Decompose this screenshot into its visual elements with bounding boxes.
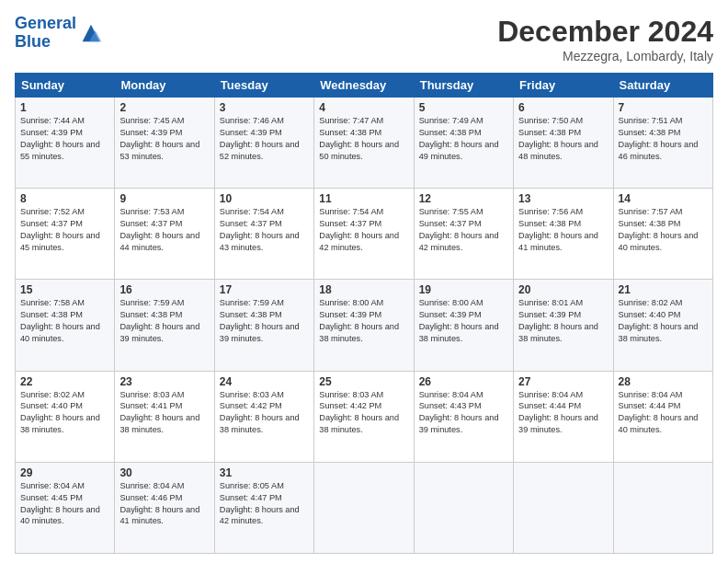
day-info: Sunrise: 7:54 AMSunset: 4:37 PMDaylight:… — [319, 206, 408, 254]
table-cell: 6Sunrise: 7:50 AMSunset: 4:38 PMDaylight… — [514, 98, 613, 189]
day-number: 8 — [20, 192, 109, 205]
table-cell: 21Sunrise: 8:02 AMSunset: 4:40 PMDayligh… — [613, 280, 712, 371]
logo-icon — [78, 20, 104, 46]
table-cell: 9Sunrise: 7:53 AMSunset: 4:37 PMDaylight… — [115, 189, 214, 280]
day-info: Sunrise: 7:53 AMSunset: 4:37 PMDaylight:… — [119, 206, 209, 254]
table-cell: 28Sunrise: 8:04 AMSunset: 4:44 PMDayligh… — [613, 371, 712, 462]
day-info: Sunrise: 7:46 AMSunset: 4:39 PMDaylight:… — [220, 115, 309, 163]
day-number: 29 — [20, 466, 109, 479]
table-cell: 10Sunrise: 7:54 AMSunset: 4:37 PMDayligh… — [214, 189, 313, 280]
day-number: 23 — [119, 375, 209, 388]
table-cell: 18Sunrise: 8:00 AMSunset: 4:39 PMDayligh… — [314, 280, 414, 371]
day-number: 24 — [220, 375, 309, 388]
day-info: Sunrise: 8:04 AMSunset: 4:46 PMDaylight:… — [119, 480, 209, 528]
day-number: 28 — [619, 375, 708, 388]
logo-blue: Blue — [15, 32, 51, 51]
table-cell: 15Sunrise: 7:58 AMSunset: 4:38 PMDayligh… — [16, 280, 115, 371]
title-block: December 2024 Mezzegra, Lombardy, Italy — [497, 15, 713, 63]
table-cell: 16Sunrise: 7:59 AMSunset: 4:38 PMDayligh… — [115, 280, 214, 371]
day-number: 26 — [419, 375, 508, 388]
month-title: December 2024 — [497, 15, 713, 49]
table-cell: 11Sunrise: 7:54 AMSunset: 4:37 PMDayligh… — [314, 189, 414, 280]
calendar-row: 15Sunrise: 7:58 AMSunset: 4:38 PMDayligh… — [16, 280, 713, 371]
table-cell: 24Sunrise: 8:03 AMSunset: 4:42 PMDayligh… — [214, 371, 313, 462]
table-cell: 8Sunrise: 7:52 AMSunset: 4:37 PMDaylight… — [16, 189, 115, 280]
day-number: 7 — [619, 101, 708, 114]
page: General Blue December 2024 Mezzegra, Lom… — [0, 0, 728, 563]
day-info: Sunrise: 7:44 AMSunset: 4:39 PMDaylight:… — [20, 115, 109, 163]
table-cell: 27Sunrise: 8:04 AMSunset: 4:44 PMDayligh… — [514, 371, 613, 462]
day-info: Sunrise: 7:49 AMSunset: 4:38 PMDaylight:… — [419, 115, 508, 163]
day-number: 18 — [319, 283, 408, 296]
day-number: 6 — [518, 101, 608, 114]
day-info: Sunrise: 7:51 AMSunset: 4:38 PMDaylight:… — [619, 115, 708, 163]
day-number: 13 — [518, 192, 608, 205]
day-info: Sunrise: 8:02 AMSunset: 4:40 PMDaylight:… — [619, 297, 708, 345]
table-cell — [414, 462, 513, 553]
calendar-row: 8Sunrise: 7:52 AMSunset: 4:37 PMDaylight… — [16, 189, 713, 280]
day-info: Sunrise: 7:47 AMSunset: 4:38 PMDaylight:… — [319, 115, 408, 163]
day-info: Sunrise: 8:02 AMSunset: 4:40 PMDaylight:… — [20, 389, 109, 437]
calendar-header-row: Sunday Monday Tuesday Wednesday Thursday… — [16, 74, 713, 98]
col-saturday: Saturday — [613, 74, 712, 98]
col-tuesday: Tuesday — [214, 74, 313, 98]
day-number: 25 — [319, 375, 408, 388]
day-number: 19 — [419, 283, 508, 296]
table-cell: 19Sunrise: 8:00 AMSunset: 4:39 PMDayligh… — [414, 280, 513, 371]
table-cell: 26Sunrise: 8:04 AMSunset: 4:43 PMDayligh… — [414, 371, 513, 462]
table-cell: 7Sunrise: 7:51 AMSunset: 4:38 PMDaylight… — [613, 98, 712, 189]
day-info: Sunrise: 8:03 AMSunset: 4:42 PMDaylight:… — [220, 389, 309, 437]
day-info: Sunrise: 7:54 AMSunset: 4:37 PMDaylight:… — [220, 206, 309, 254]
day-number: 20 — [518, 283, 608, 296]
logo: General Blue — [15, 15, 104, 52]
table-cell: 5Sunrise: 7:49 AMSunset: 4:38 PMDaylight… — [414, 98, 513, 189]
day-info: Sunrise: 8:04 AMSunset: 4:45 PMDaylight:… — [20, 480, 109, 528]
day-info: Sunrise: 7:59 AMSunset: 4:38 PMDaylight:… — [220, 297, 309, 345]
day-info: Sunrise: 8:05 AMSunset: 4:47 PMDaylight:… — [220, 480, 309, 528]
table-cell: 13Sunrise: 7:56 AMSunset: 4:38 PMDayligh… — [514, 189, 613, 280]
day-info: Sunrise: 8:03 AMSunset: 4:42 PMDaylight:… — [319, 389, 408, 437]
day-info: Sunrise: 8:00 AMSunset: 4:39 PMDaylight:… — [319, 297, 408, 345]
table-cell: 17Sunrise: 7:59 AMSunset: 4:38 PMDayligh… — [214, 280, 313, 371]
day-number: 22 — [20, 375, 109, 388]
day-info: Sunrise: 8:03 AMSunset: 4:41 PMDaylight:… — [119, 389, 209, 437]
day-number: 15 — [20, 283, 109, 296]
day-info: Sunrise: 8:00 AMSunset: 4:39 PMDaylight:… — [419, 297, 508, 345]
col-thursday: Thursday — [414, 74, 513, 98]
logo-general: General — [15, 14, 76, 32]
table-cell — [314, 462, 414, 553]
day-number: 3 — [220, 101, 309, 114]
day-info: Sunrise: 7:57 AMSunset: 4:38 PMDaylight:… — [619, 206, 708, 254]
col-friday: Friday — [514, 74, 613, 98]
location: Mezzegra, Lombardy, Italy — [497, 49, 713, 63]
table-cell: 20Sunrise: 8:01 AMSunset: 4:39 PMDayligh… — [514, 280, 613, 371]
day-number: 11 — [319, 192, 408, 205]
table-cell: 23Sunrise: 8:03 AMSunset: 4:41 PMDayligh… — [115, 371, 214, 462]
day-number: 30 — [119, 466, 209, 479]
day-info: Sunrise: 7:45 AMSunset: 4:39 PMDaylight:… — [119, 115, 209, 163]
day-number: 17 — [220, 283, 309, 296]
table-cell: 25Sunrise: 8:03 AMSunset: 4:42 PMDayligh… — [314, 371, 414, 462]
logo-text: General Blue — [15, 15, 76, 52]
day-info: Sunrise: 8:04 AMSunset: 4:43 PMDaylight:… — [419, 389, 508, 437]
calendar-table: Sunday Monday Tuesday Wednesday Thursday… — [15, 73, 713, 554]
day-number: 2 — [119, 101, 209, 114]
day-info: Sunrise: 8:01 AMSunset: 4:39 PMDaylight:… — [518, 297, 608, 345]
calendar-row: 29Sunrise: 8:04 AMSunset: 4:45 PMDayligh… — [16, 462, 713, 553]
day-number: 14 — [619, 192, 708, 205]
day-number: 4 — [319, 101, 408, 114]
day-number: 1 — [20, 101, 109, 114]
calendar-row: 1Sunrise: 7:44 AMSunset: 4:39 PMDaylight… — [16, 98, 713, 189]
day-info: Sunrise: 7:52 AMSunset: 4:37 PMDaylight:… — [20, 206, 109, 254]
day-number: 10 — [220, 192, 309, 205]
day-info: Sunrise: 7:50 AMSunset: 4:38 PMDaylight:… — [518, 115, 608, 163]
day-info: Sunrise: 7:55 AMSunset: 4:37 PMDaylight:… — [419, 206, 508, 254]
day-number: 16 — [119, 283, 209, 296]
day-number: 27 — [518, 375, 608, 388]
table-cell: 4Sunrise: 7:47 AMSunset: 4:38 PMDaylight… — [314, 98, 414, 189]
table-cell: 12Sunrise: 7:55 AMSunset: 4:37 PMDayligh… — [414, 189, 513, 280]
table-cell: 14Sunrise: 7:57 AMSunset: 4:38 PMDayligh… — [613, 189, 712, 280]
day-info: Sunrise: 8:04 AMSunset: 4:44 PMDaylight:… — [518, 389, 608, 437]
table-cell: 22Sunrise: 8:02 AMSunset: 4:40 PMDayligh… — [16, 371, 115, 462]
table-cell: 3Sunrise: 7:46 AMSunset: 4:39 PMDaylight… — [214, 98, 313, 189]
